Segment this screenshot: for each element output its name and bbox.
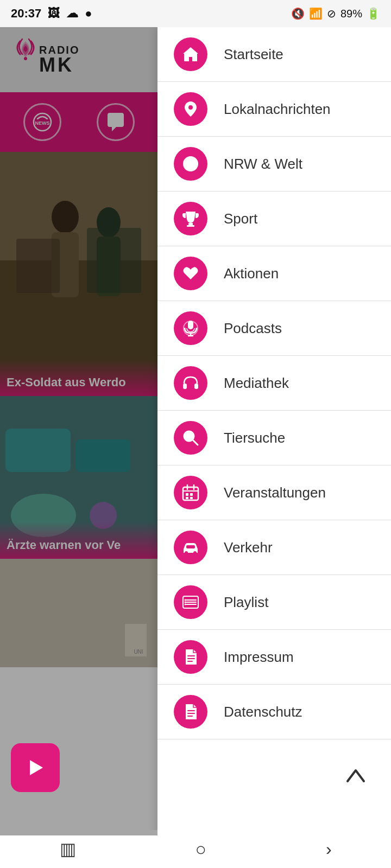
nav-label-veranstaltungen: Veranstaltungen: [224, 484, 326, 501]
svg-rect-27: [187, 225, 194, 227]
headphones-icon: [174, 366, 207, 400]
cloud-icon: ☁: [66, 7, 78, 21]
news-image-3[interactable]: UNI: [0, 559, 157, 667]
android-recent-button[interactable]: ▥: [60, 839, 76, 859]
mute-icon: 🔇: [291, 7, 305, 20]
android-back-button[interactable]: ‹: [326, 839, 332, 859]
photo-icon: 🖼: [48, 7, 60, 21]
nav-label-impressum: Impressum: [224, 649, 294, 666]
document2-icon: [174, 695, 207, 729]
dot-icon: ●: [85, 7, 92, 21]
status-bar: 20:37 🖼 ☁ ● 🔇 📶 ⊘ 89% 🔋: [0, 0, 391, 27]
location-off-icon: ⊘: [327, 7, 336, 20]
logo-area: RADIO MK: [0, 27, 157, 92]
svg-rect-9: [16, 239, 60, 293]
svg-rect-10: [87, 228, 141, 293]
svg-text:NEWS: NEWS: [35, 120, 49, 126]
car-icon: [174, 531, 207, 564]
globe-icon: [174, 147, 207, 181]
location-pin-icon: [174, 92, 207, 126]
microphone-icon: [174, 311, 207, 345]
svg-point-0: [24, 57, 27, 60]
svg-point-53: [185, 602, 186, 603]
svg-rect-47: [186, 545, 195, 548]
news-caption-2: Ärzte warnen vor Ve: [0, 522, 157, 559]
svg-text:UNI: UNI: [134, 649, 143, 655]
nav-item-impressum[interactable]: Impressum: [157, 630, 391, 685]
nav-item-sport[interactable]: Sport: [157, 192, 391, 246]
nav-label-podcasts: Podcasts: [224, 320, 282, 337]
nav-label-datenschutz: Datenschutz: [224, 704, 302, 720]
nav-item-verkehr[interactable]: Verkehr: [157, 520, 391, 575]
news-image-1[interactable]: Ex-Soldat aus Werdo: [0, 152, 157, 396]
nav-item-playlist[interactable]: Playlist: [157, 575, 391, 630]
logo: RADIO MK: [39, 44, 79, 75]
svg-rect-32: [183, 384, 187, 389]
nav-item-tiersuche[interactable]: Tiersuche: [157, 411, 391, 465]
pink-toolbar: NEWS: [0, 92, 157, 152]
nav-item-startseite[interactable]: Startseite: [157, 27, 391, 82]
svg-point-46: [193, 551, 197, 554]
nav-item-veranstaltungen[interactable]: Veranstaltungen: [157, 465, 391, 520]
svg-point-45: [185, 551, 188, 554]
svg-point-5: [52, 201, 79, 233]
trophy-icon: [174, 202, 207, 235]
svg-rect-26: [188, 223, 193, 225]
news-image-2[interactable]: Ärzte warnen vor Ve: [0, 396, 157, 559]
left-panel: RADIO MK NEWS: [0, 27, 157, 835]
chat-button[interactable]: [97, 103, 135, 141]
android-nav-bar: ▥ ○ ‹: [0, 830, 391, 868]
svg-point-54: [185, 604, 186, 605]
nav-label-verkehr: Verkehr: [224, 539, 273, 556]
play-button[interactable]: [11, 743, 60, 792]
nav-item-datenschutz[interactable]: Datenschutz: [157, 685, 391, 739]
nav-item-nrw-welt[interactable]: NRW & Welt: [157, 137, 391, 192]
svg-rect-40: [186, 493, 188, 496]
news-caption-1: Ex-Soldat aus Werdo: [0, 359, 157, 396]
svg-rect-33: [194, 384, 198, 389]
svg-rect-41: [190, 493, 193, 496]
status-time: 20:37: [11, 7, 41, 21]
svg-rect-13: [76, 439, 130, 472]
search-icon: [174, 421, 207, 455]
nav-item-mediathek[interactable]: Mediathek: [157, 356, 391, 411]
list-icon: [174, 585, 207, 619]
nav-label-aktionen: Aktionen: [224, 265, 279, 282]
logo-mk-text: MK: [39, 55, 79, 75]
signal-icon: [12, 36, 39, 68]
nav-label-mediathek: Mediathek: [224, 375, 289, 392]
wifi-icon: 📶: [309, 7, 323, 20]
scroll-top-button[interactable]: [337, 757, 375, 795]
nav-item-podcasts[interactable]: Podcasts: [157, 301, 391, 356]
svg-rect-42: [186, 497, 188, 499]
nav-item-aktionen[interactable]: Aktionen: [157, 246, 391, 301]
nav-label-playlist: Playlist: [224, 594, 268, 611]
nav-menu: Startseite Lokalnachrichten NRW & Welt: [157, 27, 391, 835]
news-button[interactable]: NEWS: [23, 103, 61, 141]
nav-label-tiersuche: Tiersuche: [224, 430, 285, 446]
svg-line-35: [193, 440, 198, 445]
svg-point-52: [185, 599, 186, 601]
nav-label-startseite: Startseite: [224, 46, 283, 63]
nav-label-nrw-welt: NRW & Welt: [224, 156, 302, 173]
nav-label-lokalnachrichten: Lokalnachrichten: [224, 101, 331, 118]
calendar-icon: [174, 476, 207, 509]
battery-icon: 🔋: [367, 7, 380, 20]
heart-icon: [174, 257, 207, 290]
svg-marker-19: [30, 760, 43, 775]
svg-rect-12: [5, 429, 71, 472]
home-icon: [174, 37, 207, 71]
svg-point-20: [188, 105, 193, 110]
android-home-button[interactable]: ○: [195, 839, 206, 860]
document-icon: [174, 640, 207, 674]
battery-level: 89%: [340, 8, 362, 20]
nav-label-sport: Sport: [224, 210, 257, 227]
nav-item-lokalnachrichten[interactable]: Lokalnachrichten: [157, 82, 391, 137]
svg-rect-43: [190, 497, 193, 499]
